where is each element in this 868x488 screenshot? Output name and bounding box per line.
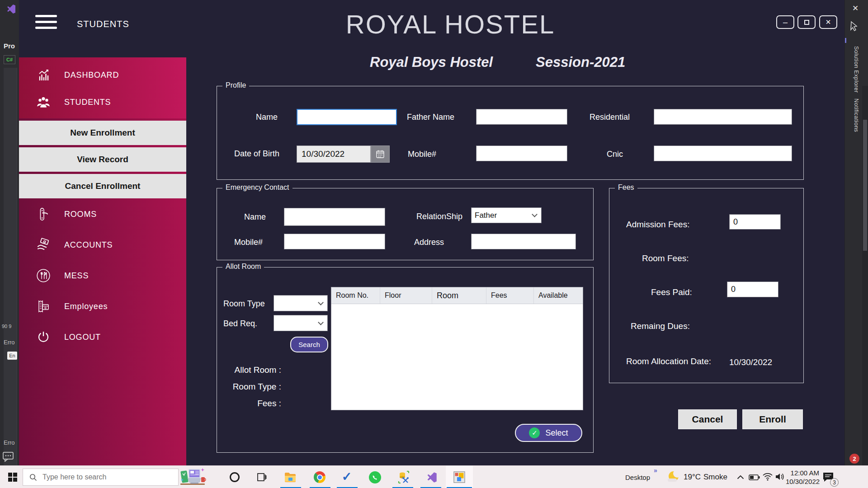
weather-icon[interactable] xyxy=(667,471,680,483)
sidebar-item-logout[interactable]: LOGOUT xyxy=(19,327,186,347)
father-name-input[interactable] xyxy=(476,109,567,125)
emergency-name-input[interactable] xyxy=(284,208,385,226)
vs-line-info: 90 9 xyxy=(2,324,11,329)
feedback-pointer-icon[interactable] xyxy=(849,21,859,32)
sidebar-item-dashboard[interactable]: DASHBOARD xyxy=(19,65,186,85)
cancel-button[interactable]: Cancel xyxy=(678,409,737,429)
residential-label: Residential xyxy=(590,113,630,122)
chevron-up-icon xyxy=(737,475,744,479)
grid-header-floor[interactable]: Floor xyxy=(380,287,432,304)
speaker-icon xyxy=(775,473,785,481)
name-input[interactable] xyxy=(297,109,397,125)
task-view-button[interactable] xyxy=(255,472,267,483)
sidebar-item-mess[interactable]: MESS xyxy=(19,265,186,286)
whatsapp-button[interactable] xyxy=(368,471,381,483)
vs-entire-solution-badge[interactable]: En xyxy=(7,352,17,360)
cancel-button-label: Cancel xyxy=(692,414,723,425)
news-interests-illustration[interactable] xyxy=(178,467,207,488)
visual-studio-taskbar-icon xyxy=(425,471,438,483)
chrome-button[interactable] xyxy=(313,471,326,483)
mobile-input[interactable] xyxy=(476,145,567,161)
address-input[interactable] xyxy=(471,234,576,249)
rooms-grid[interactable]: Room No. Floor Room Fees Available xyxy=(331,287,583,410)
search-input[interactable] xyxy=(42,473,178,482)
grid-header-room[interactable]: Room xyxy=(432,287,486,304)
emergency-mobile-label: Mobile# xyxy=(234,238,263,247)
date-of-birth-picker[interactable]: 10/30/2022 xyxy=(297,145,371,163)
grid-header-room-no[interactable]: Room No. xyxy=(331,287,380,304)
search-button[interactable]: Search xyxy=(290,337,328,352)
mess-cutlery-icon xyxy=(35,267,52,284)
employees-payroll-icon xyxy=(35,298,52,314)
sidebar-item-view-record[interactable]: View Record xyxy=(19,147,186,172)
wifi-indicator[interactable] xyxy=(762,472,773,481)
dashboard-chart-icon xyxy=(35,67,52,83)
volume-indicator[interactable] xyxy=(774,472,785,481)
vs-scrollbar-thumb[interactable] xyxy=(863,120,867,251)
sidebar-item-employees[interactable]: Employees xyxy=(19,296,186,317)
vs-error-list-text[interactable]: Erro xyxy=(4,339,15,346)
close-button[interactable]: ✕ xyxy=(819,15,837,29)
battery-indicator[interactable] xyxy=(748,474,760,480)
date-of-birth-value: 10/30/2022 xyxy=(297,149,344,159)
vs-error-count-badge[interactable]: 2 xyxy=(849,454,859,464)
relationship-dropdown[interactable]: Father xyxy=(471,207,542,223)
csharp-file-badge[interactable]: C# xyxy=(4,55,15,64)
residential-input[interactable] xyxy=(654,109,792,125)
hamburger-menu-button[interactable] xyxy=(35,15,57,30)
active-app-button[interactable] xyxy=(446,466,473,488)
emergency-mobile-input[interactable] xyxy=(284,234,385,249)
visual-studio-button[interactable] xyxy=(425,470,438,484)
calendar-button[interactable] xyxy=(371,145,390,163)
cnic-input[interactable] xyxy=(654,145,792,161)
cortana-icon xyxy=(230,472,240,482)
mobile-label: Mobile# xyxy=(408,150,436,159)
notifications-tab[interactable]: Notifications xyxy=(853,99,859,132)
admission-fees-input[interactable] xyxy=(729,214,781,230)
vs-properties-tab[interactable]: Pro xyxy=(4,42,15,50)
grid-header-available[interactable]: Available xyxy=(534,287,583,304)
vs-scrollbar[interactable] xyxy=(862,86,868,465)
weather-desc[interactable]: Smoke xyxy=(703,473,727,482)
cortana-button[interactable] xyxy=(228,471,241,483)
weather-temp[interactable]: 19°C xyxy=(684,473,701,482)
fees-paid-label: Fees Paid: xyxy=(651,287,692,297)
grid-header-fees[interactable]: Fees xyxy=(486,287,534,304)
search-icon xyxy=(29,474,37,481)
todo-button[interactable]: ✓ xyxy=(340,469,353,484)
bed-req-dropdown[interactable] xyxy=(274,315,328,331)
minimize-button[interactable]: – xyxy=(776,15,794,29)
ssms-button[interactable] xyxy=(397,470,410,484)
rooms-grid-body[interactable] xyxy=(331,304,583,410)
tray-expand-button[interactable] xyxy=(736,473,745,481)
sidebar-item-new-enrollment[interactable]: New Enrollment xyxy=(19,121,186,145)
room-type-dropdown[interactable] xyxy=(274,295,328,311)
file-explorer-button[interactable] xyxy=(284,471,297,483)
name-label: Name xyxy=(256,113,278,122)
sidebar-item-students[interactable]: STUDENTS xyxy=(19,92,186,113)
solution-explorer-tab[interactable]: Solution Explorer xyxy=(853,46,859,93)
sidebar-label-rooms: ROOMS xyxy=(64,210,97,219)
taskbar: ✓ xyxy=(0,465,868,488)
vs-error-list-text-2[interactable]: Erro xyxy=(4,439,15,446)
clock[interactable]: 12:00 AM 10/30/2022 xyxy=(786,469,819,486)
desktop-peek-label[interactable]: Desktop xyxy=(625,474,650,481)
vs-close-icon[interactable]: ✕ xyxy=(852,4,859,13)
sidebar-item-cancel-enrollment[interactable]: Cancel Enrollment xyxy=(19,174,186,198)
sidebar-item-rooms[interactable]: ROOMS xyxy=(19,204,186,225)
emergency-name-label: Name xyxy=(244,212,266,222)
fees-result-label: Fees : xyxy=(231,399,281,408)
whatsapp-icon xyxy=(369,471,381,483)
fees-legend: Fees xyxy=(615,183,637,192)
taskbar-search[interactable] xyxy=(23,469,179,486)
allot-room-result-label: Allot Room : xyxy=(231,365,281,375)
feedback-bubble-icon[interactable] xyxy=(3,452,14,462)
start-button[interactable] xyxy=(4,466,22,488)
overflow-chevron[interactable]: » xyxy=(654,467,657,474)
sidebar-item-accounts[interactable]: ACCOUNTS xyxy=(19,235,186,255)
select-button[interactable]: ✓ Select xyxy=(515,424,582,442)
address-label: Address xyxy=(414,238,444,247)
fees-paid-input[interactable] xyxy=(727,282,778,297)
enroll-button[interactable]: Enroll xyxy=(742,409,803,429)
maximize-button[interactable] xyxy=(797,15,816,29)
